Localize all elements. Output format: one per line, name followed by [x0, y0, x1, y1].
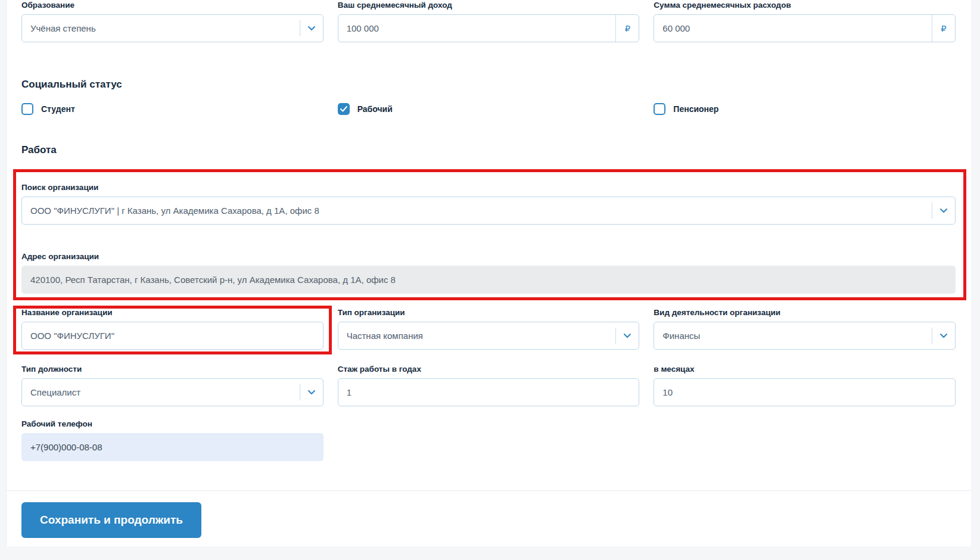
experience-months-label: в месяцах	[654, 365, 956, 374]
save-and-continue-button[interactable]: Сохранить и продолжить	[21, 502, 201, 538]
top-fields-row: Образование Учёная степень Ваш среднемес…	[21, 1, 956, 42]
checkbox-label: Рабочий	[357, 104, 393, 114]
org-search-select[interactable]: ООО "ФИНУСЛУГИ" | г Казань, ул Академика…	[21, 197, 956, 225]
income-label: Ваш среднемесячный доход	[338, 1, 640, 10]
ruble-icon: ₽	[625, 24, 630, 33]
chevron-down-icon	[940, 209, 947, 213]
checkbox-label: Студент	[41, 104, 75, 114]
education-select-arrow[interactable]	[300, 14, 323, 42]
position-type-select[interactable]: Специалист	[21, 378, 323, 406]
org-type-select[interactable]: Частная компания	[338, 322, 640, 350]
work-phone-input[interactable]	[21, 433, 323, 461]
org-activity-select-arrow[interactable]	[932, 322, 956, 350]
checkbox-worker[interactable]: Рабочий	[338, 103, 640, 115]
position-type-label: Тип должности	[21, 365, 323, 374]
org-address-label: Адрес организации	[21, 253, 956, 261]
income-currency: ₽	[615, 14, 639, 42]
education-select[interactable]: Учёная степень	[21, 14, 323, 42]
highlight-box-org-name: Название организации	[13, 306, 332, 354]
work-phone-label: Рабочий телефон	[21, 420, 323, 428]
chevron-down-icon	[940, 334, 947, 338]
form-panel: Образование Учёная степень Ваш среднемес…	[6, 0, 971, 546]
expenses-currency: ₽	[932, 14, 956, 42]
expenses-label: Сумма среднемесячных расходов	[654, 1, 956, 10]
checkbox-box[interactable]	[654, 103, 665, 115]
org-name-input[interactable]	[21, 322, 323, 350]
experience-months-input[interactable]	[654, 378, 956, 406]
work-heading: Работа	[21, 145, 956, 155]
position-type-select-arrow[interactable]	[300, 378, 323, 406]
checkbox-label: Пенсионер	[673, 104, 718, 114]
education-label: Образование	[21, 1, 323, 10]
income-input[interactable]	[338, 14, 640, 42]
checkbox-student[interactable]: Студент	[21, 103, 323, 115]
org-type-label: Тип организации	[338, 309, 640, 317]
checkbox-box[interactable]	[338, 103, 350, 115]
org-type-select-arrow[interactable]	[615, 322, 639, 350]
chevron-down-icon	[624, 334, 631, 338]
org-search-label: Поиск организации	[21, 183, 956, 192]
checkbox-box[interactable]	[21, 103, 33, 115]
footer-divider	[7, 490, 971, 491]
org-address-input	[21, 266, 956, 294]
chevron-down-icon	[308, 26, 315, 30]
org-activity-label: Вид деятельности организации	[654, 309, 956, 317]
social-status-heading: Социальный статус	[21, 79, 956, 90]
expenses-input[interactable]	[654, 14, 956, 42]
highlight-box-org-search: Поиск организации ООО "ФИНУСЛУГИ" | г Ка…	[13, 169, 966, 300]
org-activity-select[interactable]: Финансы	[654, 322, 956, 350]
org-name-label: Название организации	[21, 309, 323, 317]
ruble-icon: ₽	[941, 24, 946, 33]
chevron-down-icon	[308, 390, 315, 394]
checkbox-pensioner[interactable]: Пенсионер	[654, 103, 956, 115]
org-search-select-arrow[interactable]	[932, 197, 956, 225]
experience-years-label: Стаж работы в годах	[338, 365, 640, 374]
check-icon	[340, 106, 347, 112]
experience-years-input[interactable]	[338, 378, 640, 406]
social-status-options: Студент Рабочий Пенсионер	[21, 103, 956, 115]
